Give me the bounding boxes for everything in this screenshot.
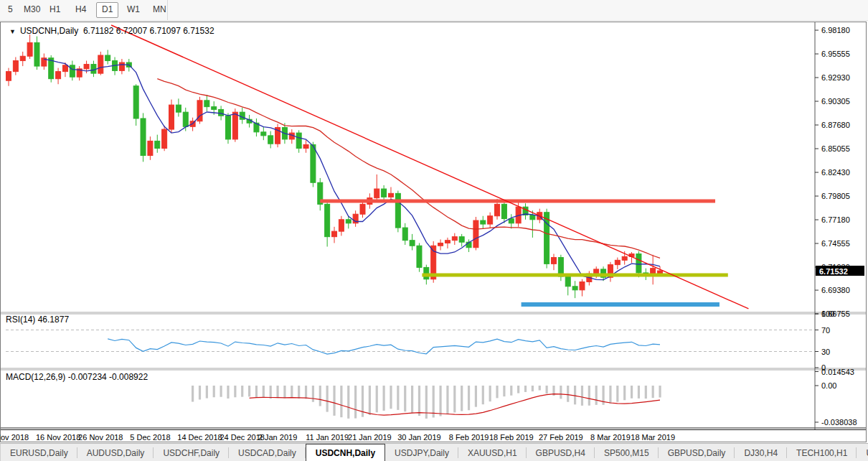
ma-slow-line <box>157 79 660 259</box>
tab-eurusd-daily[interactable]: EURUSD,Daily <box>1 444 77 461</box>
timeframe-button-d1[interactable]: D1 <box>96 2 118 18</box>
timeframe-button-w1[interactable]: W1 <box>122 2 145 17</box>
candle-bear <box>424 267 429 279</box>
candle-bear <box>105 55 110 61</box>
candle-bull <box>162 129 167 148</box>
date-axis-label: 11 Jan 2019 <box>306 433 349 442</box>
candle-bull <box>551 258 556 264</box>
price-axis-label: 6.87680 <box>821 121 850 129</box>
candle-bear <box>212 107 217 110</box>
tab-usdjpy-daily[interactable]: USDJPY,Daily <box>385 444 458 461</box>
date-axis-label: 2 Jan 2019 <box>258 433 297 442</box>
price-axis-label: 6.90305 <box>821 97 850 106</box>
tab-dj30-h4[interactable]: DJ30,H4 <box>735 444 787 461</box>
candle-bull <box>56 72 61 79</box>
candle-bear <box>261 132 266 136</box>
candle-bear <box>141 118 146 156</box>
candle-bull <box>62 65 67 72</box>
date-axis-label: 27 Feb 2019 <box>539 433 583 442</box>
candle-bear <box>219 109 224 116</box>
macd-axis-label: 0.014543 <box>821 368 854 376</box>
date-axis-label: 18 Feb 2019 <box>489 433 534 442</box>
candle-bull <box>622 256 627 260</box>
candle-bull <box>438 243 443 246</box>
candle-bear <box>481 220 486 224</box>
candle-bull <box>594 269 599 274</box>
candle-bull <box>339 220 344 231</box>
candle-bull <box>232 112 237 139</box>
tab-ui[interactable]: UI <box>857 444 868 461</box>
price-axis-label: 6.82430 <box>821 168 850 177</box>
candle-bull <box>452 237 457 241</box>
candle-bear <box>325 204 330 236</box>
date-axis-label: 26 Nov 2018 <box>78 433 123 442</box>
candle-bull <box>13 61 18 72</box>
tab-gbpusd-daily[interactable]: GBPUSD,Daily <box>659 444 735 461</box>
tab-usdcnh-daily[interactable]: USDCNH,Daily <box>306 444 385 461</box>
price-axis-label: 6.98180 <box>821 26 850 34</box>
timeframe-button-m30[interactable]: M30 <box>19 2 45 17</box>
trendline <box>111 25 748 309</box>
price-axis-label: 6.85055 <box>821 144 850 153</box>
symbol-tabbar: EURUSD,DailyAUDUSD,DailyUSDCHF,DailyUSDC… <box>0 443 868 461</box>
candle-bear <box>176 105 181 112</box>
timeframe-toolbar: 5M30H1H4D1W1MN <box>0 0 868 21</box>
price-axis-label: 6.74555 <box>821 239 850 248</box>
candle-bull <box>388 193 393 197</box>
candle-bear <box>636 254 641 273</box>
candle-bear <box>565 276 570 287</box>
candle-bear <box>311 144 316 182</box>
rsi-axis-label: 100 <box>821 309 834 318</box>
candle-bear <box>509 219 514 223</box>
candle-bear <box>183 112 188 126</box>
date-axis-label: 5 Dec 2018 <box>130 433 170 442</box>
date-axis-label: 21 Jan 2019 <box>348 433 392 442</box>
tab-xauusd-h1[interactable]: XAUUSD,H1 <box>458 444 527 461</box>
tab-usdcad-daily[interactable]: USDCAD,Daily <box>229 444 306 461</box>
tab-tech100-h1[interactable]: TECH100,H1 <box>787 444 857 461</box>
candle-bear <box>501 204 506 218</box>
chart-title: ▼USDCNH,Daily 6.71182 6.72007 6.71097 6.… <box>9 26 214 36</box>
candle-bear <box>402 228 407 241</box>
candle-bull <box>303 144 308 148</box>
timeframe-button-5[interactable]: 5 <box>3 2 18 17</box>
chart-dropdown-icon[interactable]: ▼ <box>9 28 16 35</box>
candle-bear <box>410 241 415 246</box>
date-axis-label: 14 Dec 2018 <box>177 433 222 442</box>
candle-bear <box>395 193 400 228</box>
candle-bear <box>70 65 75 77</box>
candle-bull <box>98 55 103 73</box>
candle-bull <box>374 189 379 198</box>
candle-bull <box>445 241 450 243</box>
rsi-label: RSI(14) 46.1877 <box>6 315 69 325</box>
candle-bull <box>84 65 89 69</box>
candle-bull <box>495 204 500 215</box>
date-axis-label: 16 Nov 2018 <box>36 433 80 442</box>
candle-bear <box>155 141 160 148</box>
candle-bull <box>360 204 365 214</box>
price-axis-label: 6.77180 <box>821 215 850 224</box>
rsi-axis-label: 30 <box>821 348 830 356</box>
timeframe-button-h1[interactable]: H1 <box>44 2 65 17</box>
candle-bull <box>615 260 620 264</box>
candle-bull <box>20 56 25 60</box>
macd-axis-label: -0.038038 <box>821 418 857 427</box>
chart-title-symbol: USDCNH,Daily <box>20 26 78 36</box>
toolbar-separator <box>167 0 168 20</box>
macd-axis-label: 0.00 <box>821 381 836 390</box>
candle-bull <box>488 216 493 224</box>
candle-bear <box>417 246 422 267</box>
candle-bull <box>148 141 153 155</box>
rsi-axis-label: 70 <box>821 326 830 335</box>
candle-bull <box>332 231 337 237</box>
candle-bull <box>473 220 478 248</box>
macd-label: MACD(12,26,9) -0.007234 -0.008922 <box>6 372 148 382</box>
tab-gbpusd-h4[interactable]: GBPUSD,H4 <box>527 444 595 461</box>
tab-sp500-m15[interactable]: SP500,M15 <box>595 444 659 461</box>
tab-usdchf-daily[interactable]: USDCHF,Daily <box>154 444 229 461</box>
tab-audusd-daily[interactable]: AUDUSD,Daily <box>77 444 154 461</box>
candle-bear <box>572 287 577 290</box>
price-axis-label: 6.69380 <box>821 286 850 294</box>
price-axis-label: 6.92930 <box>821 73 850 82</box>
timeframe-button-h4[interactable]: H4 <box>70 2 91 17</box>
